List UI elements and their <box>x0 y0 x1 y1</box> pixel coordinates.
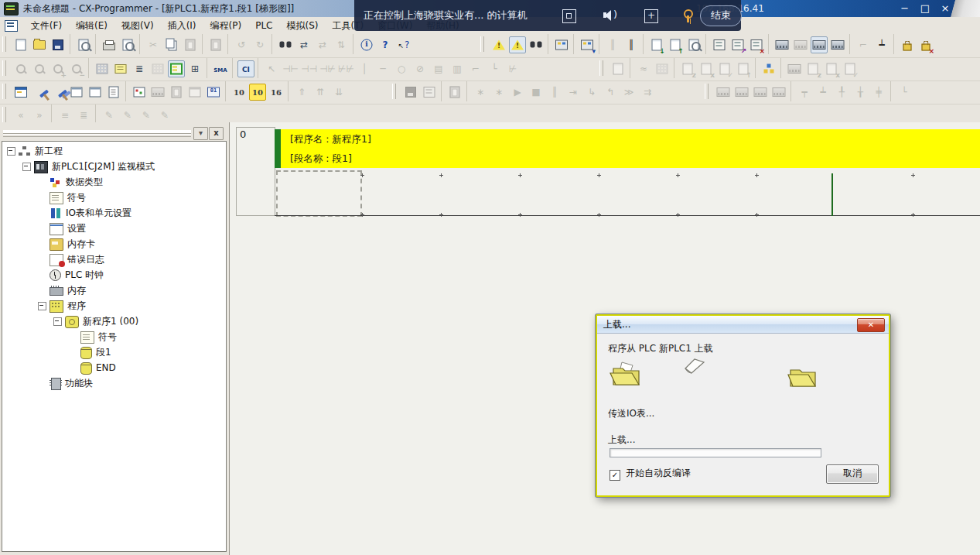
cancel-button[interactable]: 取消 <box>826 464 879 484</box>
set-password-icon[interactable] <box>899 36 916 53</box>
tree-item[interactable]: 错误日志 <box>2 252 226 267</box>
window-add-icon[interactable]: + <box>644 9 658 23</box>
fullscreen-icon[interactable] <box>562 9 576 23</box>
panel-grip[interactable] <box>3 130 191 137</box>
tree-item[interactable]: 符号 <box>2 190 226 205</box>
tree-item-label: 错误日志 <box>67 254 104 265</box>
comment-list-icon[interactable]: ≣ <box>131 60 148 77</box>
copy-icon[interactable] <box>163 36 180 53</box>
symbol-table-tree-icon[interactable] <box>760 60 777 77</box>
tree-item[interactable]: IO表和单元设置 <box>2 205 226 221</box>
tree-expander-icon[interactable] <box>53 317 62 326</box>
monitoring-icon[interactable] <box>773 36 790 53</box>
program-check-icon[interactable] <box>553 36 570 53</box>
grid-icon[interactable] <box>94 60 111 77</box>
end-session-button[interactable]: 结束 <box>700 5 742 26</box>
menu-item-3[interactable]: 视图(V) <box>114 17 161 34</box>
ci-instruction-icon[interactable]: CI <box>237 60 254 77</box>
download-to-plc-icon[interactable]: ↓ <box>648 36 665 53</box>
tree-item[interactable]: 设置 <box>2 221 226 236</box>
toolbar-section-row2R: ≈zx✓↑zx✓ <box>599 58 863 80</box>
build-all-icon[interactable] <box>50 84 67 101</box>
auto-online-icon[interactable] <box>509 36 526 53</box>
print-report-icon[interactable] <box>75 36 92 53</box>
menu-item-4[interactable]: 插入(I) <box>161 17 203 34</box>
tree-item[interactable]: 新程序1 (00) <box>2 313 226 329</box>
print-preview-icon[interactable] <box>119 36 136 53</box>
help-icon[interactable]: ? <box>377 36 394 53</box>
save-project-icon[interactable] <box>50 36 67 53</box>
restore-button[interactable]: □ <box>917 0 934 17</box>
panel-dropdown-button[interactable]: ▾ <box>193 127 208 140</box>
binary-display-icon[interactable] <box>205 84 222 101</box>
menu-item-5[interactable]: 编程(P) <box>203 17 249 34</box>
differential-monitor-icon[interactable] <box>829 36 846 53</box>
tree-item[interactable]: 内存 <box>2 283 226 298</box>
tree-expander-icon[interactable] <box>22 163 31 171</box>
sim-play-icon: ▶ <box>509 84 526 101</box>
watch-window-icon[interactable] <box>811 36 828 53</box>
info-icon[interactable] <box>358 36 375 53</box>
selected-cell[interactable] <box>276 170 362 217</box>
rung-manager-icon[interactable]: ⊞ <box>186 60 203 77</box>
find-online-icon[interactable] <box>528 36 545 53</box>
tree-expander-icon[interactable] <box>38 302 46 310</box>
tree-item[interactable]: 符号 <box>2 329 226 344</box>
tree-item[interactable]: 新工程 <box>2 143 226 159</box>
work-online-icon[interactable] <box>490 36 507 53</box>
panel-header[interactable]: ▾ x <box>2 126 225 140</box>
build-icon[interactable] <box>31 84 48 101</box>
transfer-settings-icon[interactable]: ▾ <box>579 36 596 53</box>
pin-key-icon[interactable] <box>681 9 693 22</box>
print-icon[interactable] <box>101 36 118 53</box>
signed-decimal-icon[interactable]: 10 <box>249 84 266 101</box>
window-doc-icon[interactable] <box>87 84 104 101</box>
cross-reference-icon[interactable] <box>131 84 148 101</box>
tree-item[interactable]: 数据类型 <box>2 174 226 190</box>
volume-icon[interactable]: ) <box>603 9 616 22</box>
open-project-icon[interactable] <box>31 36 48 53</box>
comment-icon[interactable] <box>112 60 129 77</box>
hex-display-icon[interactable]: 16 <box>268 84 285 101</box>
menu-item-1[interactable]: 文件(F) <box>24 17 69 34</box>
time-chart-monitor-icon[interactable]: ┷ <box>873 36 890 53</box>
menu-item-7[interactable]: 模拟(S) <box>279 17 325 34</box>
find-icon[interactable] <box>277 36 294 53</box>
tree-item[interactable]: 内存卡 <box>2 236 226 252</box>
new-document-icon[interactable] <box>12 36 29 53</box>
tree-item[interactable]: 段1 <box>2 344 226 360</box>
tree-item[interactable]: 程序 <box>2 298 226 313</box>
tree-item[interactable]: PLC 时钟 <box>2 267 226 283</box>
panel-close-button[interactable]: x <box>209 127 224 140</box>
dialog-title: 上载... <box>603 318 630 331</box>
dialog-title-bar[interactable]: 上载... ✕ <box>597 316 889 334</box>
context-help-icon[interactable]: ? <box>395 36 412 53</box>
rung-margin-cell[interactable]: 0 <box>236 127 275 216</box>
release-password-icon[interactable]: × <box>917 36 934 53</box>
tree-item[interactable]: 功能块 <box>2 375 226 391</box>
send-changes-icon[interactable]: ↗ <box>729 36 746 53</box>
dialog-close-button[interactable]: ✕ <box>857 318 885 332</box>
auto-decompile-option[interactable]: ✓开始自动反编译 <box>610 468 691 480</box>
grid-plus-mark <box>360 173 364 177</box>
menu-item-6[interactable]: PLC <box>248 17 279 34</box>
auto-decompile-checkbox[interactable]: ✓ <box>610 470 620 481</box>
pause-monitor-icon[interactable]: ║ <box>623 36 640 53</box>
window-pair-icon[interactable] <box>68 84 85 101</box>
upload-from-plc-icon[interactable]: ↑ <box>667 36 684 53</box>
replace-icon[interactable]: ⇄ <box>295 36 312 53</box>
decimal-display-icon[interactable]: 10 <box>230 84 248 101</box>
checkbox-label: 开始自动反编译 <box>626 468 691 478</box>
properties-icon[interactable] <box>105 84 122 101</box>
monitor-in-editor-icon[interactable] <box>168 60 185 77</box>
cancel-online-edit-icon[interactable]: × <box>748 36 765 53</box>
tree-item[interactable]: END <box>2 360 226 375</box>
compare-with-plc-icon[interactable] <box>685 36 702 53</box>
minimize-button[interactable]: − <box>896 0 913 17</box>
menu-item-2[interactable]: 编辑(E) <box>69 17 114 34</box>
tree-item[interactable]: 新PLC1[CJ2M] 监视模式 <box>2 159 226 174</box>
online-edit-icon[interactable] <box>711 36 728 53</box>
smart-input-icon[interactable]: SMA <box>212 60 229 77</box>
mdi-window-icon[interactable] <box>12 84 29 101</box>
tree-expander-icon[interactable] <box>7 147 15 156</box>
